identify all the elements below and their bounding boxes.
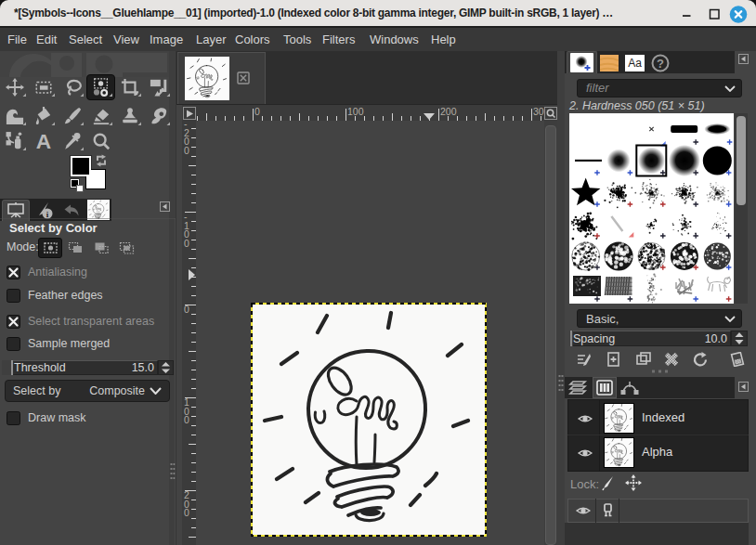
svg-text:?: ? — [657, 57, 664, 71]
svg-text:0: 0 — [184, 414, 189, 425]
svg-text:0: 0 — [184, 145, 189, 156]
svg-text:A: A — [36, 132, 51, 150]
svg-text:0: 0 — [184, 238, 189, 249]
svg-text:0: 0 — [254, 106, 260, 117]
svg-text:100: 100 — [347, 106, 364, 117]
svg-text:0: 0 — [184, 507, 189, 518]
svg-text:200: 200 — [440, 106, 457, 117]
svg-text:0: 0 — [184, 304, 189, 315]
